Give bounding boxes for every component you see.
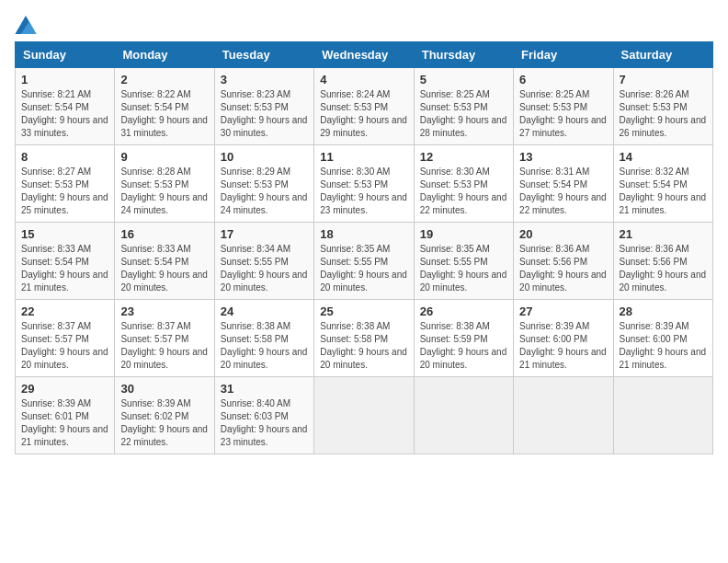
calendar-cell: 29 Sunrise: 8:39 AMSunset: 6:01 PMDaylig… <box>16 377 115 454</box>
day-number: 12 <box>420 150 507 164</box>
calendar-week-row: 8 Sunrise: 8:27 AMSunset: 5:53 PMDayligh… <box>16 145 713 223</box>
weekday-header-tuesday: Tuesday <box>214 42 313 68</box>
calendar-cell: 28 Sunrise: 8:39 AMSunset: 6:00 PMDaylig… <box>613 300 712 377</box>
weekday-header-monday: Monday <box>115 42 214 68</box>
day-info: Sunrise: 8:27 AMSunset: 5:53 PMDaylight:… <box>21 167 108 215</box>
day-info: Sunrise: 8:22 AMSunset: 5:54 PMDaylight:… <box>120 89 208 138</box>
day-info: Sunrise: 8:28 AMSunset: 5:53 PMDaylight:… <box>120 167 208 215</box>
calendar-cell: 21 Sunrise: 8:36 AMSunset: 5:56 PMDaylig… <box>613 223 712 300</box>
day-info: Sunrise: 8:32 AMSunset: 5:54 PMDaylight:… <box>620 167 707 215</box>
day-info: Sunrise: 8:23 AMSunset: 5:53 PMDaylight:… <box>221 89 308 138</box>
day-number: 25 <box>320 304 407 318</box>
calendar-cell <box>613 377 712 454</box>
day-info: Sunrise: 8:37 AMSunset: 5:57 PMDaylight:… <box>21 321 108 370</box>
day-number: 20 <box>519 227 607 241</box>
day-info: Sunrise: 8:40 AMSunset: 6:03 PMDaylight:… <box>221 398 308 447</box>
day-number: 1 <box>21 73 108 86</box>
calendar-cell: 16 Sunrise: 8:33 AMSunset: 5:54 PMDaylig… <box>115 223 214 300</box>
calendar-cell: 22 Sunrise: 8:37 AMSunset: 5:57 PMDaylig… <box>16 300 115 377</box>
weekday-header-saturday: Saturday <box>613 42 712 68</box>
day-number: 8 <box>21 150 108 164</box>
calendar-cell: 19 Sunrise: 8:35 AMSunset: 5:55 PMDaylig… <box>414 223 513 300</box>
calendar-cell: 18 Sunrise: 8:35 AMSunset: 5:55 PMDaylig… <box>314 223 414 300</box>
day-number: 2 <box>120 73 208 86</box>
weekday-header-wednesday: Wednesday <box>314 42 414 68</box>
day-number: 14 <box>620 150 707 164</box>
day-number: 19 <box>420 227 507 241</box>
day-number: 21 <box>620 227 707 241</box>
calendar-cell: 31 Sunrise: 8:40 AMSunset: 6:03 PMDaylig… <box>214 377 313 454</box>
calendar-week-row: 15 Sunrise: 8:33 AMSunset: 5:54 PMDaylig… <box>16 223 713 300</box>
day-number: 27 <box>519 304 607 318</box>
weekday-header-row: SundayMondayTuesdayWednesdayThursdayFrid… <box>16 42 713 68</box>
day-number: 6 <box>519 73 607 86</box>
day-number: 29 <box>21 382 108 396</box>
day-info: Sunrise: 8:26 AMSunset: 5:53 PMDaylight:… <box>620 89 707 138</box>
calendar-week-row: 22 Sunrise: 8:37 AMSunset: 5:57 PMDaylig… <box>16 300 713 377</box>
day-info: Sunrise: 8:38 AMSunset: 5:59 PMDaylight:… <box>420 321 507 370</box>
calendar: SundayMondayTuesdayWednesdayThursdayFrid… <box>15 41 713 454</box>
day-number: 9 <box>120 150 208 164</box>
day-number: 16 <box>120 227 208 241</box>
weekday-header-friday: Friday <box>514 42 613 68</box>
day-number: 26 <box>420 304 507 318</box>
calendar-cell: 26 Sunrise: 8:38 AMSunset: 5:59 PMDaylig… <box>414 300 513 377</box>
day-info: Sunrise: 8:36 AMSunset: 5:56 PMDaylight:… <box>519 244 607 293</box>
day-info: Sunrise: 8:31 AMSunset: 5:54 PMDaylight:… <box>519 167 607 215</box>
calendar-cell <box>314 377 414 454</box>
calendar-cell: 8 Sunrise: 8:27 AMSunset: 5:53 PMDayligh… <box>16 145 115 223</box>
day-info: Sunrise: 8:34 AMSunset: 5:55 PMDaylight:… <box>221 244 308 293</box>
weekday-header-sunday: Sunday <box>16 42 115 68</box>
day-number: 23 <box>120 304 208 318</box>
calendar-cell: 14 Sunrise: 8:32 AMSunset: 5:54 PMDaylig… <box>613 145 712 223</box>
calendar-cell: 15 Sunrise: 8:33 AMSunset: 5:54 PMDaylig… <box>16 223 115 300</box>
day-info: Sunrise: 8:38 AMSunset: 5:58 PMDaylight:… <box>320 321 407 370</box>
day-number: 10 <box>221 150 308 164</box>
day-number: 3 <box>221 73 308 86</box>
calendar-cell: 5 Sunrise: 8:25 AMSunset: 5:53 PMDayligh… <box>414 68 513 145</box>
calendar-cell: 13 Sunrise: 8:31 AMSunset: 5:54 PMDaylig… <box>514 145 613 223</box>
calendar-cell: 3 Sunrise: 8:23 AMSunset: 5:53 PMDayligh… <box>214 68 313 145</box>
day-number: 24 <box>221 304 308 318</box>
day-info: Sunrise: 8:25 AMSunset: 5:53 PMDaylight:… <box>519 89 607 138</box>
day-info: Sunrise: 8:37 AMSunset: 5:57 PMDaylight:… <box>120 321 208 370</box>
calendar-cell: 17 Sunrise: 8:34 AMSunset: 5:55 PMDaylig… <box>214 223 313 300</box>
calendar-cell: 1 Sunrise: 8:21 AMSunset: 5:54 PMDayligh… <box>16 68 115 145</box>
day-number: 13 <box>519 150 607 164</box>
calendar-week-row: 1 Sunrise: 8:21 AMSunset: 5:54 PMDayligh… <box>16 68 713 145</box>
day-info: Sunrise: 8:29 AMSunset: 5:53 PMDaylight:… <box>221 167 308 215</box>
page-header <box>15 15 713 34</box>
calendar-cell: 2 Sunrise: 8:22 AMSunset: 5:54 PMDayligh… <box>115 68 214 145</box>
day-info: Sunrise: 8:21 AMSunset: 5:54 PMDaylight:… <box>21 89 108 138</box>
day-info: Sunrise: 8:36 AMSunset: 5:56 PMDaylight:… <box>620 244 707 293</box>
calendar-cell: 6 Sunrise: 8:25 AMSunset: 5:53 PMDayligh… <box>514 68 613 145</box>
day-info: Sunrise: 8:30 AMSunset: 5:53 PMDaylight:… <box>420 167 507 215</box>
day-number: 7 <box>620 73 707 86</box>
calendar-cell: 23 Sunrise: 8:37 AMSunset: 5:57 PMDaylig… <box>115 300 214 377</box>
day-info: Sunrise: 8:33 AMSunset: 5:54 PMDaylight:… <box>120 244 208 293</box>
calendar-cell: 24 Sunrise: 8:38 AMSunset: 5:58 PMDaylig… <box>214 300 313 377</box>
calendar-cell: 9 Sunrise: 8:28 AMSunset: 5:53 PMDayligh… <box>115 145 214 223</box>
day-info: Sunrise: 8:38 AMSunset: 5:58 PMDaylight:… <box>221 321 308 370</box>
calendar-cell: 20 Sunrise: 8:36 AMSunset: 5:56 PMDaylig… <box>514 223 613 300</box>
day-info: Sunrise: 8:39 AMSunset: 6:00 PMDaylight:… <box>519 321 607 370</box>
calendar-cell: 11 Sunrise: 8:30 AMSunset: 5:53 PMDaylig… <box>314 145 414 223</box>
calendar-cell: 12 Sunrise: 8:30 AMSunset: 5:53 PMDaylig… <box>414 145 513 223</box>
calendar-cell: 10 Sunrise: 8:29 AMSunset: 5:53 PMDaylig… <box>214 145 313 223</box>
day-number: 5 <box>420 73 507 86</box>
day-number: 4 <box>320 73 407 86</box>
calendar-week-row: 29 Sunrise: 8:39 AMSunset: 6:01 PMDaylig… <box>16 377 713 454</box>
day-number: 22 <box>21 304 108 318</box>
day-info: Sunrise: 8:25 AMSunset: 5:53 PMDaylight:… <box>420 89 507 138</box>
day-info: Sunrise: 8:39 AMSunset: 6:00 PMDaylight:… <box>620 321 707 370</box>
day-number: 31 <box>221 382 308 396</box>
logo <box>15 15 40 34</box>
day-info: Sunrise: 8:24 AMSunset: 5:53 PMDaylight:… <box>320 89 407 138</box>
calendar-cell <box>414 377 513 454</box>
day-info: Sunrise: 8:33 AMSunset: 5:54 PMDaylight:… <box>21 244 108 293</box>
day-info: Sunrise: 8:30 AMSunset: 5:53 PMDaylight:… <box>320 167 407 215</box>
day-info: Sunrise: 8:39 AMSunset: 6:02 PMDaylight:… <box>120 398 208 447</box>
day-number: 28 <box>620 304 707 318</box>
weekday-header-thursday: Thursday <box>414 42 513 68</box>
calendar-cell: 27 Sunrise: 8:39 AMSunset: 6:00 PMDaylig… <box>514 300 613 377</box>
